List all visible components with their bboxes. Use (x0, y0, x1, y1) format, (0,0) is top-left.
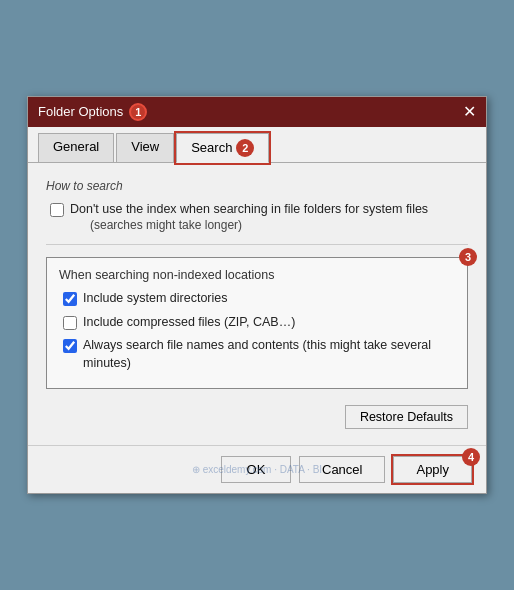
content-area: How to search Don't use the index when s… (28, 163, 486, 446)
contents-checkbox[interactable] (63, 339, 77, 353)
non-indexed-section: When searching non-indexed locations 3 I… (46, 257, 468, 389)
tab-search-badge: 2 (236, 139, 254, 157)
folder-options-dialog: Folder Options 1 ✕ General View Search 2… (27, 96, 487, 495)
footer-area: ⊕ exceldemy.com · DATA · BI OK Cancel Ap… (28, 445, 486, 493)
restore-defaults-button[interactable]: Restore Defaults (345, 405, 468, 429)
restore-defaults-row: Restore Defaults (46, 405, 468, 429)
divider (46, 244, 468, 245)
sys-dirs-label[interactable]: Include system directories (83, 290, 228, 308)
apply-wrapper: Apply 4 (393, 456, 472, 483)
title-bar: Folder Options 1 ✕ (28, 97, 486, 127)
close-button[interactable]: ✕ (463, 104, 476, 120)
sys-dirs-row: Include system directories (63, 290, 455, 308)
compressed-label[interactable]: Include compressed files (ZIP, CAB…) (83, 314, 295, 332)
apply-button[interactable]: Apply (393, 456, 472, 483)
apply-badge: 4 (462, 448, 480, 466)
no-index-subtext: (searches might take longer) (90, 218, 428, 232)
tab-search[interactable]: Search 2 (176, 133, 269, 163)
non-indexed-title: When searching non-indexed locations (59, 268, 455, 282)
sys-dirs-checkbox[interactable] (63, 292, 77, 306)
title-bar-left: Folder Options 1 (38, 103, 147, 121)
no-index-checkbox[interactable] (50, 203, 64, 217)
contents-row: Always search file names and contents (t… (63, 337, 455, 372)
compressed-row: Include compressed files (ZIP, CAB…) (63, 314, 455, 332)
tab-view[interactable]: View (116, 133, 174, 162)
section-badge-wrap: 3 (459, 248, 477, 266)
title-badge: 1 (129, 103, 147, 121)
no-index-row: Don't use the index when searching in fi… (50, 201, 468, 233)
no-index-label[interactable]: Don't use the index when searching in fi… (70, 202, 428, 216)
compressed-checkbox[interactable] (63, 316, 77, 330)
how-to-search-title: How to search (46, 179, 468, 193)
non-indexed-badge: 3 (459, 248, 477, 266)
ok-button[interactable]: OK (221, 456, 291, 483)
tabs-bar: General View Search 2 (28, 127, 486, 163)
dialog-title: Folder Options (38, 104, 123, 119)
cancel-button[interactable]: Cancel (299, 456, 385, 483)
tab-general[interactable]: General (38, 133, 114, 162)
footer: OK Cancel Apply 4 (28, 445, 486, 493)
contents-label[interactable]: Always search file names and contents (t… (83, 337, 455, 372)
